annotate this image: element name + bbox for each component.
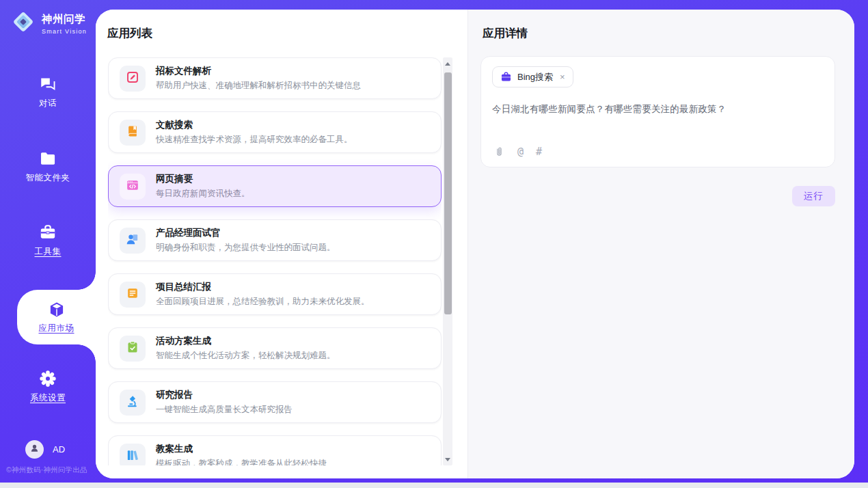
app-card-title: 文献搜索	[156, 119, 353, 131]
sidebar-item-label: 工具集	[35, 246, 62, 258]
app-card-desc: 快速精准查找学术资源，提高研究效率的必备工具。	[156, 134, 353, 146]
app-card-desc: 模板驱动，教案秒成，教学准备从此轻松快捷	[156, 458, 327, 465]
app-card[interactable]: 教案生成 模板驱动，教案秒成，教学准备从此轻松快捷	[108, 435, 442, 465]
app-icon-tile	[120, 444, 146, 466]
app-card-desc: 智能生成个性化活动方案，轻松解决规划难题。	[156, 350, 336, 362]
app-card-title: 项目总结汇报	[156, 281, 370, 293]
app-detail-panel: 应用详情 Bing搜索 × 今日湖北有哪些新闻要点？有哪些需要关注的最新政策？ …	[467, 10, 854, 478]
app-card-title: 活动方案生成	[156, 335, 336, 347]
sidebar-item-label: 智能文件夹	[26, 172, 70, 184]
sidebar-item-label: 系统设置	[30, 392, 66, 404]
mention-icon[interactable]: @	[517, 147, 524, 157]
app-icon-tile	[120, 228, 146, 254]
app-list-title: 应用列表	[107, 26, 152, 41]
sidebar-item-chat[interactable]: 对话	[0, 75, 96, 109]
pen-square-icon	[126, 70, 139, 87]
app-icon-tile	[120, 66, 146, 92]
folder-icon	[39, 150, 57, 167]
sidebar: 神州问学 Smart Vision 对话 智能文件夹 工具集 应用市场 系统设置…	[0, 0, 96, 483]
app-card-desc: 帮助用户快速、准确地理解和解析招标书中的关键信息	[156, 80, 361, 92]
sidebar-item-label: 对话	[39, 98, 57, 109]
app-icon-tile	[120, 282, 146, 308]
sidebar-item-label: 应用市场	[39, 323, 74, 334]
cube-icon	[48, 301, 66, 318]
app-icon-tile	[120, 120, 146, 146]
close-icon[interactable]: ×	[560, 72, 565, 82]
app-card-title: 招标文件解析	[156, 65, 361, 77]
app-card-desc: 全面回顾项目进展，总结经验教训，助力未来优化发展。	[156, 296, 370, 308]
sidebar-item-gear[interactable]: 系统设置	[0, 370, 96, 404]
tool-tag-label: Bing搜索	[517, 71, 553, 83]
browser-code-icon	[126, 178, 139, 195]
app-card-title: 产品经理面试官	[156, 227, 336, 239]
attach-row: @#	[493, 146, 542, 158]
tool-tag[interactable]: Bing搜索 ×	[492, 66, 573, 87]
app-card-title: 网页摘要	[156, 173, 250, 185]
app-icon-tile	[120, 390, 146, 416]
sidebar-nav: 对话 智能文件夹 工具集 应用市场 系统设置	[0, 0, 96, 483]
app-detail-title: 应用详情	[483, 26, 528, 41]
chat-icon	[39, 75, 57, 93]
paperclip-icon[interactable]	[493, 146, 505, 158]
main-content: 应用列表 招标文件解析 帮助用户快速、准确地理解和解析招标书中的关键信息 文献搜…	[96, 10, 854, 478]
briefcase-icon	[500, 71, 512, 83]
toolbox-icon	[39, 223, 57, 241]
app-frame: 神州问学 Smart Vision 对话 智能文件夹 工具集 应用市场 系统设置…	[0, 0, 868, 483]
sidebar-item-toolbox[interactable]: 工具集	[0, 223, 96, 258]
user-avatar-icon	[29, 443, 40, 456]
app-card-title: 教案生成	[156, 443, 327, 455]
book-icon	[126, 124, 139, 141]
scroll-up-arrow[interactable]	[443, 59, 452, 68]
sidebar-item-folder[interactable]: 智能文件夹	[0, 150, 96, 184]
clipboard-check-icon	[126, 340, 139, 357]
scrollbar-thumb[interactable]	[444, 72, 452, 314]
query-card: Bing搜索 × 今日湖北有哪些新闻要点？有哪些需要关注的最新政策？ @#	[480, 56, 835, 167]
app-card[interactable]: 招标文件解析 帮助用户快速、准确地理解和解析招标书中的关键信息	[108, 57, 442, 99]
user-name: AD	[53, 444, 65, 455]
app-card[interactable]: 文献搜索 快速精准查找学术资源，提高研究效率的必备工具。	[108, 111, 442, 153]
books-icon	[126, 448, 139, 465]
query-text[interactable]: 今日湖北有哪些新闻要点？有哪些需要关注的最新政策？	[492, 103, 824, 116]
app-card[interactable]: 研究报告 一键智能生成高质量长文本研究报告	[108, 381, 442, 423]
app-icon-tile	[120, 336, 146, 362]
app-card[interactable]: 项目总结汇报 全面回顾项目进展，总结经验教训，助力未来优化发展。	[108, 273, 442, 315]
scrollbar[interactable]	[443, 57, 452, 465]
app-list-viewport: 招标文件解析 帮助用户快速、准确地理解和解析招标书中的关键信息 文献搜索 快速精…	[108, 57, 442, 465]
sidebar-item-cube[interactable]: 应用市场	[17, 290, 96, 344]
app-card[interactable]: 活动方案生成 智能生成个性化活动方案，轻松解决规划难题。	[108, 327, 442, 369]
app-card[interactable]: 产品经理面试官 明确身份和职责，为您提供专业性的面试问题。	[108, 219, 442, 261]
run-button[interactable]: 运行	[792, 186, 835, 206]
app-card-desc: 一键智能生成高质量长文本研究报告	[156, 404, 293, 416]
user-account[interactable]: AD	[25, 440, 65, 459]
app-card-title: 研究报告	[156, 389, 293, 401]
app-icon-tile	[120, 174, 146, 200]
app-card-desc: 每日政府新闻资讯快查。	[156, 188, 250, 200]
app-card[interactable]: 网页摘要 每日政府新闻资讯快查。	[108, 165, 442, 207]
avatar	[25, 440, 44, 459]
microscope-icon	[126, 394, 139, 411]
app-list-panel: 应用列表 招标文件解析 帮助用户快速、准确地理解和解析招标书中的关键信息 文献搜…	[96, 10, 467, 478]
hash-icon[interactable]: #	[536, 147, 542, 157]
report-note-icon	[126, 286, 139, 303]
copyright-footer: ©神州数码·神州问学出品	[6, 465, 96, 475]
gear-icon	[39, 370, 57, 388]
scroll-down-arrow[interactable]	[443, 455, 452, 464]
app-card-list: 招标文件解析 帮助用户快速、准确地理解和解析招标书中的关键信息 文献搜索 快速精…	[108, 57, 442, 465]
interviewer-icon	[126, 232, 139, 249]
app-card-desc: 明确身份和职责，为您提供专业性的面试问题。	[156, 242, 336, 254]
